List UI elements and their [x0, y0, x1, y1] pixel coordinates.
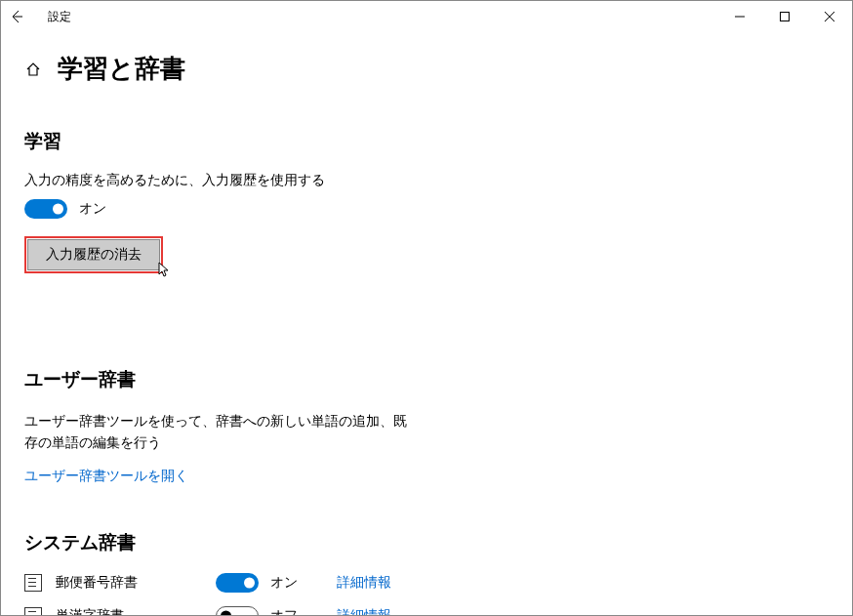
dict-row-kanji: 単漢字辞書 オフ 詳細情報 [24, 606, 829, 616]
window-title: 設定 [48, 9, 71, 25]
highlighted-clear-button-wrap: 入力履歴の消去 [24, 236, 163, 273]
close-icon [825, 12, 834, 21]
dict-row-postal: 郵便番号辞書 オン 詳細情報 [24, 573, 829, 593]
back-button[interactable] [9, 1, 48, 32]
section-heading-system-dict: システム辞書 [24, 530, 829, 555]
toggle-knob [53, 204, 63, 215]
dict-name: 単漢字辞書 [56, 607, 202, 616]
clear-history-button[interactable]: 入力履歴の消去 [27, 239, 160, 270]
page-header: 学習と辞書 [24, 52, 829, 86]
back-arrow-icon [9, 9, 24, 24]
dict-toggle-postal[interactable] [216, 573, 259, 593]
close-button[interactable] [807, 1, 852, 32]
home-icon[interactable] [24, 61, 42, 78]
open-user-dict-tool-link[interactable]: ユーザー辞書ツールを開く [24, 468, 188, 485]
dict-detail-link-kanji[interactable]: 詳細情報 [337, 607, 391, 616]
toggle-knob [244, 577, 255, 588]
minimize-button[interactable] [717, 1, 762, 32]
dict-toggle-label: オン [270, 574, 298, 592]
page-title: 学習と辞書 [58, 52, 185, 86]
learning-toggle[interactable] [24, 199, 67, 219]
dict-toggle-label: オフ [270, 607, 298, 616]
section-heading-learning: 学習 [24, 129, 829, 154]
svg-rect-0 [781, 13, 790, 21]
toggle-knob [221, 610, 231, 616]
section-heading-user-dict: ユーザー辞書 [24, 367, 829, 392]
minimize-icon [735, 12, 745, 21]
section-user-dict: ユーザー辞書 ユーザー辞書ツールを使って、辞書への新しい単語の追加、既存の単語の… [24, 367, 829, 485]
dict-toggle-kanji[interactable] [216, 606, 259, 616]
content-area: 学習と辞書 学習 入力の精度を高めるために、入力履歴を使用する オン 入力履歴の… [1, 32, 852, 616]
titlebar: 設定 [1, 1, 852, 32]
learning-toggle-row: オン [24, 199, 829, 219]
user-dict-description: ユーザー辞書ツールを使って、辞書への新しい単語の追加、既存の単語の編集を行う [24, 410, 415, 454]
dict-name: 郵便番号辞書 [56, 574, 202, 592]
dict-detail-link-postal[interactable]: 詳細情報 [337, 574, 391, 592]
maximize-icon [780, 12, 790, 21]
learning-toggle-label: オン [79, 200, 106, 218]
section-learning: 学習 入力の精度を高めるために、入力履歴を使用する オン 入力履歴の消去 [24, 129, 829, 322]
learning-description: 入力の精度を高めるために、入力履歴を使用する [24, 172, 829, 189]
window-controls [717, 1, 852, 32]
maximize-button[interactable] [762, 1, 807, 32]
dictionary-icon [24, 574, 42, 592]
dictionary-icon [24, 607, 42, 616]
section-system-dict: システム辞書 郵便番号辞書 オン 詳細情報 単漢字辞書 オフ 詳細情報 [24, 530, 829, 616]
